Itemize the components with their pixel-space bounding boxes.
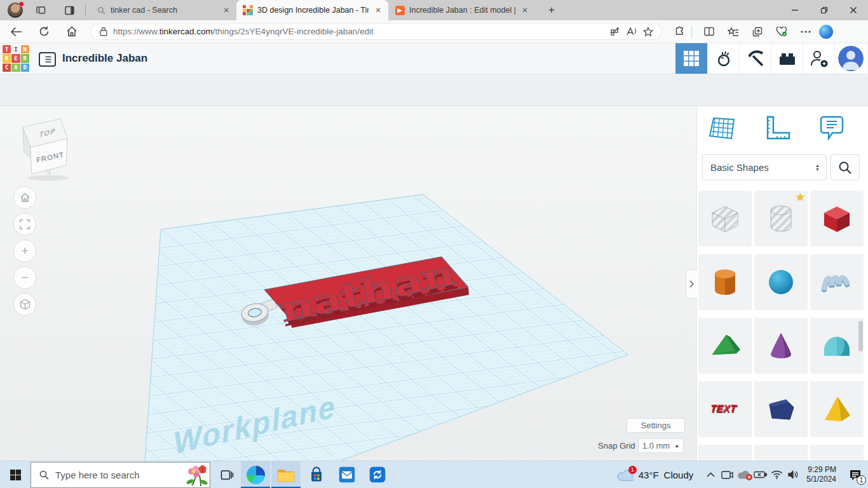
shape-category-value: Basic Shapes xyxy=(710,162,769,173)
start-button[interactable] xyxy=(0,461,31,488)
home-view-button[interactable] xyxy=(13,186,36,209)
shape-hole-cylinder[interactable]: ★ xyxy=(754,191,808,247)
shape-roof[interactable] xyxy=(698,318,752,374)
battery-saver-icon[interactable] xyxy=(752,461,768,488)
invite-person-icon[interactable] xyxy=(803,43,834,74)
shape-category-dropdown[interactable]: Basic Shapes ▲▼ xyxy=(702,154,827,180)
volume-icon[interactable] xyxy=(785,461,801,488)
collections-icon[interactable] xyxy=(748,23,767,41)
search-placeholder: Type here to search xyxy=(55,470,175,480)
lego-brick-icon[interactable] xyxy=(771,43,803,74)
task-view-icon[interactable] xyxy=(214,461,240,488)
minimize-button[interactable] xyxy=(780,0,810,20)
extensions-icon[interactable] xyxy=(670,23,689,41)
favorite-star-icon[interactable] xyxy=(640,24,656,39)
taskbar-mail[interactable] xyxy=(332,461,362,488)
clock-date: 5/1/2024 xyxy=(806,475,836,484)
logo-letter: T xyxy=(3,45,11,53)
tab-actions-icon[interactable] xyxy=(60,2,79,18)
search-highlight-flowers[interactable] xyxy=(182,463,210,487)
shape-hole-box[interactable] xyxy=(698,191,752,247)
shape-search-button[interactable] xyxy=(831,154,860,180)
design-title: Incredible Jaban xyxy=(62,52,147,65)
tray-chevron-icon[interactable] xyxy=(703,461,718,488)
settings-button[interactable]: Settings xyxy=(627,418,685,433)
tab-close-icon[interactable]: ✕ xyxy=(520,5,530,15)
workplane-tool-icon[interactable] xyxy=(707,114,738,143)
onedrive-paused-icon[interactable] xyxy=(736,461,751,488)
browser-essentials-icon[interactable] xyxy=(772,23,791,41)
shape-round-roof[interactable] xyxy=(810,318,864,374)
shape-cylinder[interactable] xyxy=(698,254,752,310)
shape-polygon[interactable] xyxy=(754,381,808,437)
wifi-icon[interactable] xyxy=(769,461,784,488)
perspective-toggle-button[interactable] xyxy=(13,293,36,316)
split-screen-icon[interactable] xyxy=(700,23,719,41)
home-icon[interactable] xyxy=(62,23,81,41)
tab-tinkercad-editor[interactable]: 3D design Incredible Jaban - Tink ✕ xyxy=(236,0,388,20)
zoom-in-button[interactable]: + xyxy=(13,240,36,262)
tab-printables[interactable]: ▶ Incredible Jaban : Edit model | Pr ✕ xyxy=(388,0,535,20)
taskbar-sync-app[interactable] xyxy=(363,461,392,488)
minecraft-pickaxe-icon[interactable] xyxy=(739,43,771,74)
file-explorer-icon xyxy=(276,466,295,483)
shape-box[interactable] xyxy=(810,191,864,247)
ruler-tool-icon[interactable] xyxy=(762,114,792,143)
snap-grid-dropdown[interactable]: 1.0 mm▲ xyxy=(638,438,684,453)
logo-letter: K xyxy=(3,54,11,62)
shape-pyramid[interactable] xyxy=(810,381,864,437)
notes-tool-icon[interactable] xyxy=(817,114,847,143)
panel-tools-row xyxy=(697,114,861,143)
browser-tab-strip: tinker cad - Search ✕ 3D design Incredib… xyxy=(0,0,868,20)
apps-launcher-icon[interactable] xyxy=(607,24,623,39)
design-menu-button[interactable] xyxy=(39,52,56,67)
favorites-bar-icon[interactable] xyxy=(724,23,743,41)
action-center-icon[interactable]: 1 xyxy=(843,461,868,488)
meet-now-icon[interactable] xyxy=(719,461,735,488)
taskbar-store[interactable] xyxy=(302,461,331,488)
panel-scrollbar[interactable] xyxy=(858,321,863,351)
panel-collapse-handle[interactable] xyxy=(686,269,697,299)
notification-count-badge: 1 xyxy=(857,475,866,485)
search-favicon xyxy=(96,5,106,15)
tab-close-icon[interactable]: ✕ xyxy=(221,5,231,15)
settings-more-icon[interactable] xyxy=(796,23,815,41)
tab-search[interactable]: tinker cad - Search ✕ xyxy=(90,0,236,20)
shape-scribble[interactable] xyxy=(810,254,864,310)
browser-profile-avatar[interactable] xyxy=(8,3,23,18)
taskbar-clock[interactable]: 9:29 PM 5/1/2024 xyxy=(806,465,836,484)
read-aloud-icon[interactable] xyxy=(623,24,640,39)
favorite-star-icon[interactable]: ★ xyxy=(796,191,805,204)
address-bar[interactable]: https://www.tinkercad.com/things/2sYE4yn… xyxy=(90,23,662,40)
restore-button[interactable] xyxy=(810,0,839,20)
account-avatar[interactable] xyxy=(834,43,866,74)
search-icon xyxy=(39,470,49,480)
copilot-icon[interactable] xyxy=(819,25,833,39)
zoom-out-button[interactable]: − xyxy=(13,266,36,289)
shape-text[interactable]: TEXTTEXT xyxy=(698,381,752,437)
workplane[interactable]: Workplane xyxy=(140,194,628,461)
refresh-icon[interactable] xyxy=(34,23,53,41)
new-tab-button[interactable]: + xyxy=(544,3,559,18)
view-cube[interactable]: TOP FRONT xyxy=(18,116,78,182)
tab-close-icon[interactable]: ✕ xyxy=(373,5,383,15)
sim-lab-icon[interactable] xyxy=(707,43,739,74)
dropdown-arrows-icon: ▲▼ xyxy=(815,164,820,172)
weather-widget[interactable]: 1 43°F Cloudy xyxy=(617,469,694,481)
close-button[interactable] xyxy=(839,0,868,20)
snap-grid-value: 1.0 mm xyxy=(642,441,670,451)
header-app-switcher xyxy=(675,43,866,74)
shape-sphere[interactable] xyxy=(754,254,808,310)
tinkercad-logo[interactable]: T I N K E R C A D xyxy=(2,44,30,72)
shape-cone[interactable] xyxy=(754,318,808,374)
back-icon[interactable] xyxy=(6,23,25,41)
browser-toolbar: https://www.tinkercad.com/things/2sYE4yn… xyxy=(0,20,868,43)
svg-text:TEXT: TEXT xyxy=(710,402,738,414)
taskbar-file-explorer[interactable] xyxy=(271,461,301,488)
fit-view-button[interactable] xyxy=(13,213,36,236)
workspaces-icon[interactable] xyxy=(32,2,51,18)
taskbar-search-box[interactable]: Type here to search xyxy=(31,462,210,488)
tinker-grid-icon[interactable] xyxy=(675,43,707,74)
profile-notification-dot xyxy=(18,1,24,7)
taskbar-edge[interactable] xyxy=(241,461,270,488)
